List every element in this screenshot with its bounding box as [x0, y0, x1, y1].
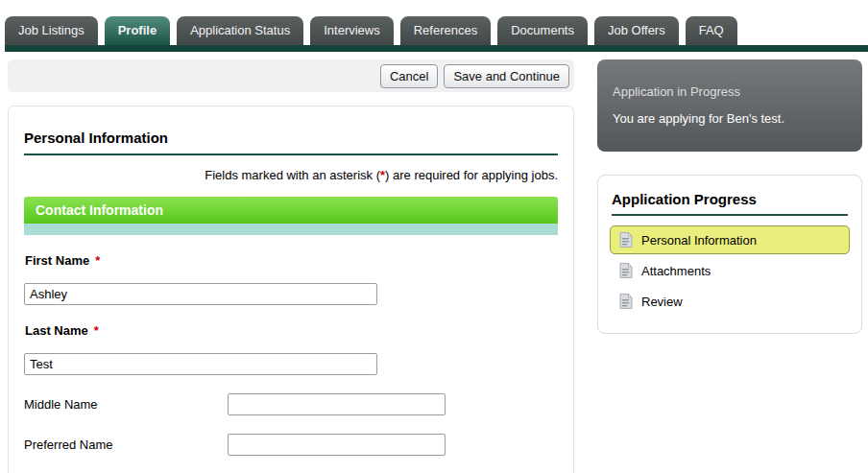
- progress-item-attachments[interactable]: Attachments: [610, 256, 850, 285]
- progress-item-label: Personal Information: [641, 233, 757, 248]
- tab-documents[interactable]: Documents: [497, 16, 588, 45]
- personal-information-panel: Personal Information Fields marked with …: [8, 106, 574, 473]
- application-progress-panel: Application Progress Personal Informatio…: [597, 175, 862, 334]
- tab-faq[interactable]: FAQ: [686, 16, 737, 45]
- main-column: Cancel Save and Continue Personal Inform…: [8, 59, 574, 473]
- required-asterisk: *: [95, 253, 100, 268]
- status-box-title: Application in Progress: [613, 84, 847, 99]
- status-box-message: You are applying for Ben's test.: [613, 111, 847, 126]
- tab-label: Job Listings: [18, 23, 84, 37]
- tab-application-status[interactable]: Application Status: [177, 16, 303, 45]
- sidebar: Application in Progress You are applying…: [597, 59, 862, 334]
- toolbar: Cancel Save and Continue: [8, 59, 574, 92]
- field-preferred-name: Preferred Name: [24, 434, 558, 456]
- section-subbar: [24, 224, 558, 235]
- field-label: Last Name*: [25, 323, 558, 338]
- tab-label: Application Status: [190, 23, 290, 37]
- document-icon: [619, 263, 633, 278]
- contact-information-form: First Name* Last Name* Middle Name Prefe…: [24, 253, 558, 473]
- application-status-box: Application in Progress You are applying…: [597, 59, 862, 152]
- tab-label: FAQ: [699, 23, 724, 37]
- tab-label: Profile: [118, 23, 157, 37]
- document-icon: [619, 232, 633, 248]
- cancel-button[interactable]: Cancel: [380, 64, 438, 88]
- required-note: Fields marked with an asterisk (*) are r…: [24, 168, 558, 182]
- tab-references[interactable]: References: [400, 16, 491, 45]
- application-progress-list: Personal Information Attachments Review: [610, 225, 850, 316]
- tab-label: Interviews: [324, 23, 380, 37]
- required-asterisk: *: [94, 323, 99, 338]
- field-first-name: First Name*: [24, 253, 558, 305]
- page-title: Personal Information: [24, 130, 558, 155]
- tab-label: References: [414, 23, 477, 37]
- field-label: Middle Name: [24, 397, 228, 412]
- tab-job-offers[interactable]: Job Offers: [594, 16, 679, 45]
- progress-item-label: Review: [641, 295, 683, 309]
- section-header-contact-information: Contact Information: [24, 197, 558, 224]
- document-icon: [619, 294, 633, 309]
- input-middle-name[interactable]: [228, 393, 446, 415]
- tab-interviews[interactable]: Interviews: [310, 16, 394, 45]
- tab-profile[interactable]: Profile: [105, 16, 170, 45]
- content: Cancel Save and Continue Personal Inform…: [0, 52, 868, 473]
- tab-bar: Job Listings Profile Application Status …: [5, 16, 868, 45]
- tab-label: Job Offers: [608, 23, 665, 37]
- progress-item-label: Attachments: [641, 264, 711, 278]
- input-last-name[interactable]: [24, 353, 377, 375]
- input-preferred-name[interactable]: [228, 434, 446, 456]
- tab-underline: [5, 45, 868, 52]
- field-label: Preferred Name: [24, 438, 228, 452]
- field-middle-name: Middle Name: [24, 393, 558, 415]
- tab-strip: Job Listings Profile Application Status …: [0, 0, 868, 52]
- input-first-name[interactable]: [24, 283, 377, 305]
- field-label: First Name*: [25, 253, 558, 268]
- tab-label: Documents: [511, 23, 574, 37]
- tab-job-listings[interactable]: Job Listings: [5, 16, 98, 45]
- application-progress-title: Application Progress: [612, 191, 848, 216]
- progress-item-review[interactable]: Review: [610, 287, 850, 316]
- field-last-name: Last Name*: [24, 323, 558, 375]
- progress-item-personal-information[interactable]: Personal Information: [610, 225, 850, 254]
- save-and-continue-button[interactable]: Save and Continue: [444, 64, 569, 88]
